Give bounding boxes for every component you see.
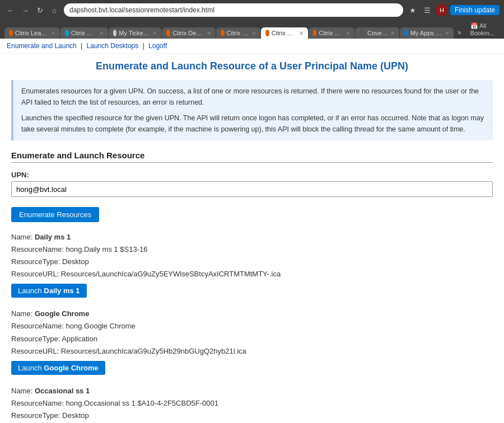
resource-type-label: ResourceType: Desktop: [11, 257, 89, 266]
launch-google-chrome-button[interactable]: Launch Google Chrome: [11, 361, 105, 375]
launch-daily-ms1-button[interactable]: Launch Daily ms 1: [11, 284, 87, 298]
enumerate-launch-link[interactable]: Enumerate and Launch: [7, 42, 77, 50]
tab-close-icon[interactable]: ✕: [346, 30, 350, 36]
tab-close-icon[interactable]: ✕: [251, 30, 256, 36]
extensions-button[interactable]: ☰: [421, 4, 433, 16]
main-content: Enumerate and Launch Resource of a User …: [0, 54, 504, 423]
section-header: Enumerate and Launch Resource: [11, 151, 493, 163]
all-bookmarks-button[interactable]: 📅 All Bookm...: [467, 20, 500, 39]
resource-block-google-chrome: Name: Google Chrome ResourceName: hong.G…: [11, 308, 493, 374]
tab-citrix-workspace[interactable]: Citrix Workspace ✕: [60, 27, 109, 39]
resource-name-value: Occasional ss 1: [35, 387, 90, 395]
nav-separator-2: |: [143, 42, 146, 50]
upn-label: UPN:: [11, 171, 493, 179]
logoff-link[interactable]: Logoff: [148, 42, 167, 50]
profile-avatar[interactable]: H: [436, 4, 448, 16]
refresh-button[interactable]: ↻: [34, 4, 46, 16]
resource-info: Name: Google Chrome ResourceName: hong.G…: [11, 308, 493, 357]
tab-close-icon[interactable]: ✕: [99, 30, 104, 36]
name-label: Name:: [11, 233, 35, 241]
tab-close-icon[interactable]: ✕: [445, 30, 449, 36]
resource-url-label: ResourceURL: Resources/LaunchIca/aG9uZy5…: [11, 347, 246, 355]
home-button[interactable]: ⌂: [48, 4, 60, 16]
tab-close-icon[interactable]: ✕: [51, 30, 55, 36]
resource-type-label: ResourceType: Application: [11, 335, 97, 343]
tab-coventry[interactable]: Coventry ✕: [355, 27, 400, 39]
resource-info: Name: Daily ms 1 ResourceName: hong.Dail…: [11, 231, 493, 280]
nav-separator-1: |: [81, 42, 84, 50]
name-label: Name:: [11, 309, 35, 318]
launch-desktops-link[interactable]: Launch Desktops: [87, 42, 139, 50]
forward-button[interactable]: →: [19, 4, 31, 16]
tab-close-icon[interactable]: ✕: [207, 30, 211, 36]
resource-block-daily-ms1: Name: Daily ms 1 ResourceName: hong.Dail…: [11, 231, 493, 298]
tab-my-tickets[interactable]: My Tickets - Citrite... ✕: [109, 27, 162, 39]
tab-citrix-backstage[interactable]: Citrix Backstage ✕: [309, 27, 355, 39]
enumerate-resources-button[interactable]: Enumerate Resources: [11, 207, 99, 222]
tab-citrix-admin-doc[interactable]: Citrix Admin Doc ✕: [261, 27, 309, 39]
resource-name-value: Daily ms 1: [35, 233, 71, 241]
address-bar[interactable]: [64, 3, 403, 17]
tab-my-apps[interactable]: My Apps Dashboar... ✕: [400, 27, 454, 39]
nav-buttons: ← → ↻ ⌂: [4, 4, 60, 16]
tab-citrix-dev-doc[interactable]: Citrix Developer Doc ✕: [162, 27, 216, 39]
resource-url-label: ResourceURL: Resources/LaunchIca/aG9uZy5…: [11, 270, 281, 278]
upn-input[interactable]: [11, 181, 493, 197]
page-nav: Enumerate and Launch | Launch Desktops |…: [0, 39, 504, 54]
finish-update-button[interactable]: Finish update: [450, 5, 500, 15]
resource-name-label: ResourceName: hong.Daily ms 1 $S13-16: [11, 245, 148, 253]
tab-close-icon[interactable]: ✕: [152, 30, 157, 36]
upn-form-row: UPN:: [11, 171, 493, 197]
info-para1: Enumerates resources for a given UPN. On…: [21, 86, 485, 108]
tab-close-icon[interactable]: ✕: [390, 30, 395, 36]
browser-toolbar: ← → ↻ ⌂ ★ ☰ H Finish update: [4, 3, 500, 20]
tabs-row: Citrix Learning Cent... ✕ Citrix Workspa…: [4, 20, 500, 39]
tab-close-icon[interactable]: ✕: [299, 30, 304, 36]
page-title: Enumerate and Launch Resource of a User …: [11, 60, 493, 72]
resource-name-label: ResourceName: hong.Occasional ss 1 $A10-…: [11, 399, 218, 407]
name-label: Name:: [11, 387, 35, 395]
browser-chrome: ← → ↻ ⌂ ★ ☰ H Finish update Citrix Learn…: [0, 0, 504, 39]
tab-citrix-learning[interactable]: Citrix Learning Cent... ✕: [4, 27, 60, 39]
resource-name-value: Google Chrome: [35, 309, 90, 318]
bookmark-button[interactable]: ★: [407, 4, 419, 16]
resource-block-occasional-ss1: Name: Occasional ss 1 ResourceName: hong…: [11, 385, 493, 423]
resource-info: Name: Occasional ss 1 ResourceName: hong…: [11, 385, 493, 423]
resource-name-label: ResourceName: hong.Google Chrome: [11, 322, 136, 330]
tab-citrix-user-doc[interactable]: Citrix User Doc ✕: [216, 27, 261, 39]
tabs-more-button[interactable]: »: [454, 26, 465, 39]
back-button[interactable]: ←: [4, 4, 17, 16]
resource-type-label: ResourceType: Desktop: [11, 411, 89, 420]
info-para2: Launches the specified resource for the …: [21, 112, 485, 135]
info-box: Enumerates resources for a given UPN. On…: [11, 80, 493, 140]
